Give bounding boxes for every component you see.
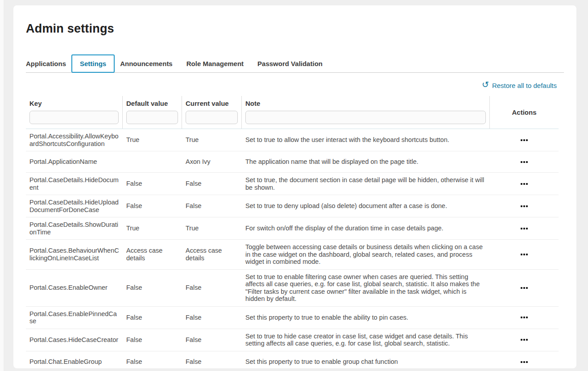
dot <box>526 254 528 255</box>
ellipsis-menu-icon[interactable] <box>516 202 532 211</box>
table-row: Portal.Cases.EnablePinnedCase False Fals… <box>26 307 559 329</box>
table-row: Portal.CaseDetails.HideUploadDocumentFor… <box>26 195 559 217</box>
setting-note: Toggle between accessing case details or… <box>242 240 490 269</box>
ellipsis-menu-icon[interactable] <box>516 313 532 322</box>
dot <box>526 139 528 141</box>
setting-default-value: Access case details <box>123 243 182 265</box>
undo-restore-icon: ↺ <box>482 82 489 88</box>
table-header: Key Default value Current value Note Act… <box>26 96 559 129</box>
dot <box>526 287 528 289</box>
setting-actions-cell <box>490 246 559 263</box>
table-row: Portal.CaseDetails.HideDocument False Fa… <box>26 173 559 195</box>
ellipsis-menu-icon[interactable] <box>516 358 532 367</box>
dot <box>523 361 525 363</box>
table-row: Portal.Cases.HideCaseCreator False False… <box>26 329 559 351</box>
setting-default-value: False <box>123 310 182 325</box>
column-label-note: Note <box>245 100 486 107</box>
setting-note: Set to true, the document section in cas… <box>242 173 490 195</box>
column-label-default-value: Default value <box>126 100 178 107</box>
setting-current-value: False <box>182 354 242 369</box>
ellipsis-menu-icon[interactable] <box>516 224 532 233</box>
column-header-actions: Actions <box>490 96 559 129</box>
tab-password-validation[interactable]: Password Validation <box>257 55 323 72</box>
restore-all-button[interactable]: ↺ Restore all to defaults <box>482 82 557 89</box>
admin-settings-page: Admin settings Applications Settings Ann… <box>0 0 588 371</box>
setting-note: Set to true to enable filtering case own… <box>242 270 490 306</box>
dot <box>521 228 522 229</box>
column-header-default-value: Default value <box>123 96 182 129</box>
setting-note: The application name that will be displa… <box>242 154 490 169</box>
table-row: Portal.Chat.EnableGroup False False Set … <box>26 351 559 371</box>
setting-note: Set this property to true to enable grou… <box>242 354 490 369</box>
dot <box>526 228 528 229</box>
setting-actions-cell <box>490 198 559 214</box>
dot <box>526 317 528 318</box>
page-title: Admin settings <box>26 5 564 36</box>
table-row: Portal.Cases.BehaviourWhenClickingOnLine… <box>26 240 559 270</box>
setting-note: Set to true to hide case creator in case… <box>242 329 490 351</box>
tab-role-management[interactable]: Role Management <box>186 55 244 72</box>
ellipsis-menu-icon[interactable] <box>516 158 532 167</box>
tab-bar: Applications Settings Announcements Role… <box>26 54 564 73</box>
default-value-filter-input[interactable] <box>126 111 178 124</box>
dot <box>523 228 525 229</box>
ellipsis-menu-icon[interactable] <box>516 250 532 259</box>
table-row: Portal.Cases.EnableOwner False False Set… <box>26 270 559 307</box>
setting-note: For switch on/off the display of the dur… <box>242 221 490 236</box>
tab-applications[interactable]: Applications <box>26 55 66 72</box>
setting-actions-cell <box>490 132 559 148</box>
column-header-key: Key <box>26 96 123 129</box>
admin-settings-card: Admin settings Applications Settings Ann… <box>13 5 576 368</box>
dot <box>523 254 525 255</box>
ellipsis-menu-icon[interactable] <box>516 335 532 344</box>
ellipsis-menu-icon[interactable] <box>516 283 532 292</box>
table-row: Portal.Accessibility.AllowKeyboardShortc… <box>26 129 559 151</box>
setting-actions-cell <box>490 309 559 325</box>
setting-current-value: False <box>182 280 242 295</box>
dot <box>521 254 522 255</box>
setting-key: Portal.Chat.EnableGroup <box>26 354 123 369</box>
current-value-filter-input[interactable] <box>186 111 238 124</box>
tab-settings[interactable]: Settings <box>71 54 115 73</box>
dot <box>521 287 522 289</box>
tab-announcements[interactable]: Announcements <box>120 55 173 72</box>
setting-key: Portal.CaseDetails.HideUploadDocumentFor… <box>26 195 123 217</box>
dot <box>526 205 528 207</box>
ellipsis-menu-icon[interactable] <box>516 136 532 145</box>
setting-default-value <box>123 158 182 166</box>
dot <box>523 317 525 318</box>
dot <box>521 361 522 363</box>
setting-default-value: True <box>123 221 182 236</box>
setting-current-value: True <box>182 133 242 147</box>
dot <box>526 183 528 185</box>
column-label-key: Key <box>29 100 119 107</box>
dot <box>523 339 525 341</box>
setting-note: Set to true to allow the user interact w… <box>242 133 490 147</box>
setting-actions-cell <box>490 354 559 370</box>
table-toolbar: ↺ Restore all to defaults <box>26 80 564 91</box>
setting-default-value: False <box>123 280 182 295</box>
restore-all-label: Restore all to defaults <box>492 82 557 89</box>
note-filter-input[interactable] <box>245 111 486 124</box>
setting-key: Portal.Cases.EnablePinnedCase <box>26 307 123 329</box>
column-header-note: Note <box>242 96 490 129</box>
column-label-current-value: Current value <box>186 100 238 107</box>
setting-key: Portal.Cases.EnableOwner <box>26 280 123 295</box>
table-row: Portal.CaseDetails.ShowDurationTime True… <box>26 217 559 240</box>
setting-default-value: True <box>123 133 182 147</box>
setting-default-value: False <box>123 354 182 369</box>
setting-current-value: Axon Ivy <box>182 154 242 169</box>
setting-actions-cell <box>490 221 559 237</box>
setting-key: Portal.Accessibility.AllowKeyboardShortc… <box>26 129 123 151</box>
setting-key: Portal.CaseDetails.HideDocument <box>26 173 123 195</box>
dot <box>523 287 525 289</box>
key-filter-input[interactable] <box>29 111 119 124</box>
dot <box>521 161 522 163</box>
dot <box>526 161 528 163</box>
setting-current-value: Access case details <box>182 243 242 265</box>
ellipsis-menu-icon[interactable] <box>516 179 532 188</box>
column-header-current-value: Current value <box>182 96 242 129</box>
setting-note: Set this property to true to enable the … <box>242 310 490 325</box>
setting-key: Portal.CaseDetails.ShowDurationTime <box>26 217 123 239</box>
setting-actions-cell <box>490 176 559 192</box>
